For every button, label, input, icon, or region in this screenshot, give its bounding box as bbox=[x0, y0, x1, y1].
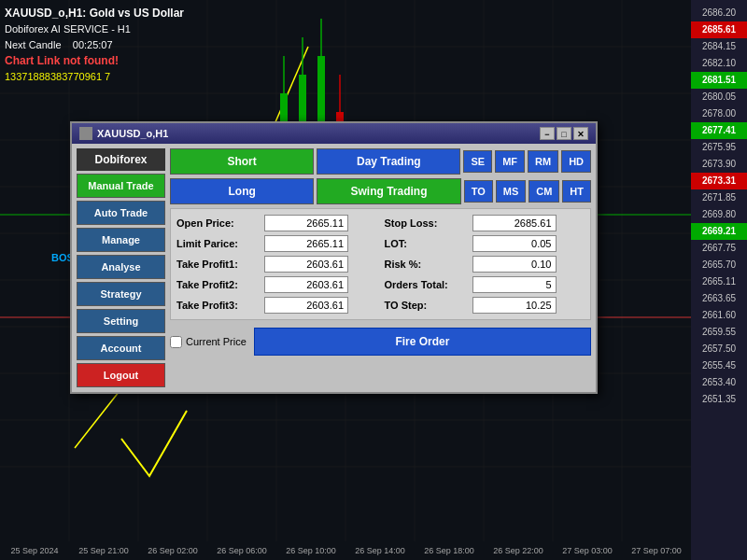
limit-price-row: Limit Parice: bbox=[176, 235, 377, 252]
bottom-row: Current Price Fire Order bbox=[170, 324, 591, 359]
time-label: 26 Sep 02:00 bbox=[138, 546, 207, 555]
trading-content: Short Day Trading SE MF RM HD Long Swing… bbox=[170, 148, 591, 387]
ht-button[interactable]: HT bbox=[562, 180, 591, 203]
sidebar-item-manual-trade[interactable]: Manual Trade bbox=[77, 174, 165, 198]
swing-trading-button[interactable]: Swing Trading bbox=[317, 178, 460, 204]
ms-button[interactable]: MS bbox=[496, 180, 527, 203]
open-price-row: Open Price: bbox=[176, 215, 377, 231]
price-label: 2685.61 bbox=[691, 21, 747, 38]
sidebar-item-setting[interactable]: Setting bbox=[77, 309, 165, 333]
minimize-button[interactable]: − bbox=[540, 127, 555, 140]
sidebar-item-account[interactable]: Account bbox=[77, 336, 165, 360]
take-profit1-label: Take Profit1: bbox=[176, 259, 261, 270]
sidebar-item-manage[interactable]: Manage bbox=[77, 228, 165, 252]
sidebar-item-auto-trade[interactable]: Auto Trade bbox=[77, 201, 165, 225]
limit-price-label: Limit Parice: bbox=[176, 238, 261, 249]
chart-title: XAUUSD_o,H1: Gold vs US Dollar bbox=[5, 5, 184, 21]
current-price-checkbox-label[interactable]: Current Price bbox=[170, 336, 247, 348]
sidebar-item-logout[interactable]: Logout bbox=[77, 363, 165, 387]
to-button[interactable]: TO bbox=[464, 180, 493, 203]
to-step-input[interactable] bbox=[472, 297, 557, 314]
risk-input[interactable] bbox=[472, 256, 557, 273]
time-label: 27 Sep 03:00 bbox=[553, 546, 622, 555]
price-label: 2653.40 bbox=[691, 374, 747, 391]
price-label: 2681.51 bbox=[691, 72, 747, 89]
close-button[interactable]: ✕ bbox=[573, 127, 588, 140]
chart-service: Dobiforex AI SERVICE - H1 bbox=[5, 21, 184, 37]
price-label: 2673.31 bbox=[691, 173, 747, 189]
long-button[interactable]: Long bbox=[170, 178, 314, 204]
time-label: 26 Sep 22:00 bbox=[484, 546, 553, 555]
trading-dialog: XAUUSD_o,H1 − □ ✕ Dobiforex Manual Trade… bbox=[70, 121, 598, 394]
lot-label: LOT: bbox=[385, 238, 469, 249]
next-candle-time: 00:25:07 bbox=[73, 39, 113, 50]
trade-row-2: Long Swing Trading TO MS CM HT bbox=[170, 178, 591, 204]
chart-header: XAUUSD_o,H1: Gold vs US Dollar Dobiforex… bbox=[5, 5, 184, 85]
sidebar: Dobiforex Manual Trade Auto Trade Manage… bbox=[77, 148, 165, 387]
rm-button[interactable]: RM bbox=[528, 150, 558, 173]
price-label: 2665.70 bbox=[691, 257, 747, 273]
mf-button[interactable]: MF bbox=[495, 150, 525, 173]
price-label: 2659.55 bbox=[691, 324, 747, 341]
price-label: 2678.00 bbox=[691, 105, 747, 122]
to-step-row: TO Step: bbox=[385, 297, 585, 314]
short-button[interactable]: Short bbox=[170, 148, 314, 175]
time-label: 27 Sep 07:00 bbox=[622, 546, 691, 555]
price-label: 2682.10 bbox=[691, 55, 747, 72]
orders-total-input[interactable] bbox=[472, 276, 557, 293]
stop-loss-label: Stop Loss: bbox=[385, 217, 469, 229]
price-label: 2684.15 bbox=[691, 38, 747, 55]
take-profit2-input[interactable] bbox=[264, 276, 348, 293]
dialog-title: XAUUSD_o,H1 bbox=[97, 128, 168, 139]
day-trading-button[interactable]: Day Trading bbox=[317, 148, 460, 175]
current-price-checkbox[interactable] bbox=[170, 336, 182, 348]
fire-order-button[interactable]: Fire Order bbox=[254, 328, 591, 356]
time-label: 26 Sep 14:00 bbox=[345, 546, 415, 555]
time-label: 26 Sep 10:00 bbox=[276, 546, 345, 555]
dialog-titlebar: XAUUSD_o,H1 − □ ✕ bbox=[72, 123, 596, 144]
price-label: 2686.20 bbox=[691, 5, 747, 21]
take-profit3-input[interactable] bbox=[264, 297, 348, 314]
dialog-icon bbox=[79, 127, 92, 140]
take-profit2-row: Take Profit2: bbox=[176, 276, 377, 293]
price-label: 2651.35 bbox=[691, 391, 747, 408]
stop-loss-row: Stop Loss: bbox=[385, 215, 585, 231]
risk-row: Risk %: bbox=[385, 256, 585, 273]
take-profit3-row: Take Profit3: bbox=[176, 297, 377, 314]
price-label: 2661.60 bbox=[691, 307, 747, 324]
price-label: 2673.90 bbox=[691, 156, 747, 173]
open-price-label: Open Price: bbox=[176, 217, 261, 229]
trading-form: Open Price: Limit Parice: Take Profit1: … bbox=[170, 208, 591, 320]
price-label: 2667.75 bbox=[691, 240, 747, 257]
risk-label: Risk %: bbox=[385, 259, 469, 270]
price-label: 2680.05 bbox=[691, 89, 747, 105]
current-price-label: Current Price bbox=[186, 336, 247, 347]
orders-total-label: Orders Total: bbox=[385, 279, 469, 290]
time-axis: 25 Sep 202425 Sep 21:0026 Sep 02:0026 Se… bbox=[0, 541, 691, 560]
price-label: 2663.65 bbox=[691, 290, 747, 307]
next-candle-label: Next Candle bbox=[5, 39, 62, 50]
to-step-label: TO Step: bbox=[385, 300, 469, 311]
time-label: 25 Sep 2024 bbox=[0, 546, 69, 555]
take-profit3-label: Take Profit3: bbox=[176, 300, 261, 311]
price-label: 2669.21 bbox=[691, 223, 747, 240]
hd-button[interactable]: HD bbox=[561, 150, 591, 173]
price-label: 2655.45 bbox=[691, 357, 747, 374]
time-label: 26 Sep 18:00 bbox=[415, 546, 484, 555]
price-label: 2669.80 bbox=[691, 206, 747, 223]
price-label: 2671.85 bbox=[691, 189, 747, 206]
maximize-button[interactable]: □ bbox=[557, 127, 571, 140]
sidebar-item-strategy[interactable]: Strategy bbox=[77, 282, 165, 306]
open-price-input[interactable] bbox=[264, 215, 348, 231]
limit-price-input[interactable] bbox=[264, 235, 348, 252]
take-profit1-row: Take Profit1: bbox=[176, 256, 377, 273]
form-right-col: Stop Loss: LOT: Risk %: Orders Total: bbox=[385, 215, 585, 314]
stop-loss-input[interactable] bbox=[472, 215, 557, 231]
lot-input[interactable] bbox=[472, 235, 557, 252]
take-profit1-input[interactable] bbox=[264, 256, 348, 273]
sidebar-item-analyse[interactable]: Analyse bbox=[77, 255, 165, 279]
chart-id: 13371888383770961 7 bbox=[5, 69, 184, 85]
cm-button[interactable]: CM bbox=[529, 180, 559, 203]
trade-row-1: Short Day Trading SE MF RM HD bbox=[170, 148, 591, 175]
se-button[interactable]: SE bbox=[463, 150, 492, 173]
